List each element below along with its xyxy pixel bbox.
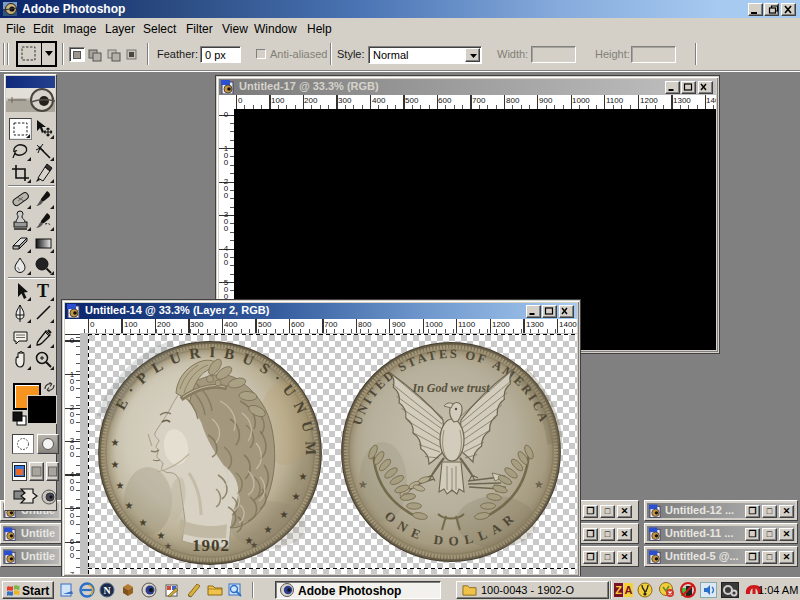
svg-text:★: ★: [111, 437, 120, 448]
svg-text:★: ★: [164, 541, 172, 551]
svg-text:A: A: [625, 584, 633, 596]
svg-text:Z: Z: [615, 584, 622, 596]
svg-text:★: ★: [125, 500, 134, 511]
svg-text:★: ★: [111, 459, 120, 470]
svg-text:✯: ✯: [535, 479, 544, 490]
svg-text:✯: ✯: [359, 479, 368, 490]
svg-text:★: ★: [116, 480, 125, 491]
svg-text:N: N: [103, 585, 111, 596]
svg-text:★: ★: [157, 530, 166, 541]
svg-text:★: ★: [139, 517, 148, 528]
svg-text:★: ★: [299, 471, 308, 482]
svg-text:★: ★: [250, 540, 258, 550]
svg-text:In God we trust: In God we trust: [411, 381, 490, 395]
svg-text:★: ★: [292, 491, 301, 502]
svg-text:★: ★: [280, 509, 289, 520]
svg-text:★: ★: [264, 524, 273, 535]
svg-text:T: T: [37, 281, 49, 301]
svg-text:1902: 1902: [192, 536, 230, 555]
